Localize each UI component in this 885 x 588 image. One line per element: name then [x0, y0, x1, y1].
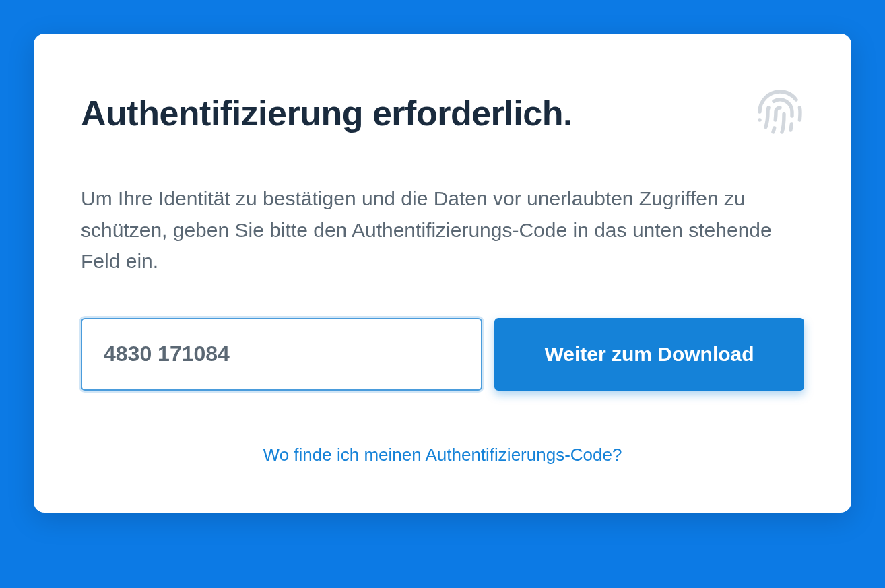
card-title: Authentifizierung erforderlich.	[81, 94, 572, 133]
authentication-card: Authentifizierung erforderlich. Um Ihre …	[34, 34, 851, 513]
card-description: Um Ihre Identität zu bestätigen und die …	[81, 183, 804, 277]
form-row: Weiter zum Download	[81, 318, 804, 391]
help-find-code-link[interactable]: Wo finde ich meinen Authentifizierungs-C…	[81, 445, 804, 465]
card-header: Authentifizierung erforderlich.	[81, 94, 804, 136]
auth-code-input[interactable]	[81, 318, 482, 391]
fingerprint-icon	[756, 88, 804, 136]
continue-download-button[interactable]: Weiter zum Download	[494, 318, 804, 391]
